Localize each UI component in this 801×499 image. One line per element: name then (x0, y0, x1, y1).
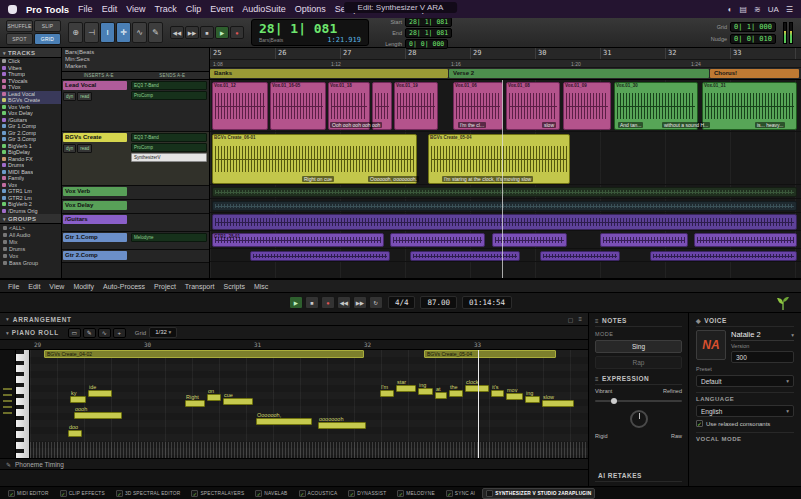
menubar-item[interactable]: Track (155, 4, 177, 14)
checkbox-icon[interactable]: ✓ (116, 490, 123, 497)
menubar-item[interactable]: Options (295, 4, 326, 14)
field-value[interactable]: 28| 1| 081 (405, 17, 452, 27)
track-header-name[interactable]: Vox Verb (63, 187, 127, 196)
ruler-name[interactable]: Min:Secs (65, 56, 206, 63)
field-value[interactable]: 0| 0| 000 (405, 39, 448, 49)
slider-thumb[interactable] (611, 398, 617, 404)
play-button[interactable]: ▶ (215, 26, 229, 39)
pencil-tool[interactable]: ✎ (148, 22, 163, 43)
note-group-header[interactable]: BGVs Create_04-02 (44, 350, 364, 358)
midi-note[interactable]: ing (525, 396, 540, 403)
track-header[interactable]: Lead Vocal dynread EQ3 7-BandProComp (62, 80, 209, 132)
fast-forward-button[interactable]: ▶▶ (185, 26, 199, 39)
ruler-name[interactable]: Bars|Beats (65, 49, 206, 56)
grid-value[interactable]: 0| 1| 000 (730, 22, 776, 32)
nudge-value[interactable]: 0| 0| 010 (730, 34, 776, 44)
tracks-panel-header[interactable]: ▾ TRACKS (0, 48, 61, 58)
language-section-header[interactable]: LANGUAGE (696, 392, 794, 402)
battery-icon[interactable]: ▤ (739, 5, 747, 14)
panel-menu-icon[interactable]: ≡ (578, 316, 582, 323)
field-value[interactable]: 28| 1| 081 (405, 28, 452, 38)
group-list-item[interactable]: Mix (0, 238, 61, 245)
synthv-menu-item[interactable]: Project (154, 283, 176, 290)
record-button[interactable]: ● (230, 26, 244, 39)
group-list-item[interactable]: Bass Group (0, 259, 61, 266)
time-signature[interactable]: 4/4 (388, 296, 416, 309)
ai-retakes-header[interactable]: AI RETAKES (595, 472, 682, 482)
timeline-marker[interactable]: Banks (210, 69, 448, 78)
audio-clip[interactable]: Vox.01_16-05 (270, 82, 326, 130)
edit-mode-button[interactable]: SLIP (34, 20, 61, 32)
draw-tool[interactable]: ✎ (83, 328, 96, 338)
edit-mode-button[interactable]: SHUFFLE (6, 20, 33, 32)
checkbox-icon[interactable]: ✓ (191, 490, 198, 497)
main-counter[interactable]: 28| 1| 081 Bars|Beats 1:21.919 (251, 19, 369, 46)
markers-ruler[interactable]: BanksVerse 2Chorus! (210, 68, 801, 80)
preset-select[interactable]: Default ▾ (696, 375, 794, 387)
plugin-tab[interactable]: ✓ CLIP EFFECTS (56, 488, 109, 499)
grid-selector-value[interactable]: 1/32 (155, 329, 167, 335)
group-list-item[interactable]: Drums (0, 245, 61, 252)
group-list-item[interactable]: Vox (0, 252, 61, 259)
plugin-tab[interactable]: ✓ SYNTHESIZER V STUDIO 2ARAPLUGIN (482, 488, 595, 499)
track-header-name[interactable]: BGVs Create (63, 133, 127, 142)
bars-ruler[interactable]: 252627282930313233 (210, 48, 801, 60)
track-header[interactable]: Gtr 2.Comp (62, 250, 209, 263)
relaxed-consonants-row[interactable]: ✓ Use relaxed consonants (696, 420, 794, 427)
audio-clip[interactable] (212, 214, 797, 230)
midi-note[interactable]: mov (506, 393, 523, 400)
notes-panel-header[interactable]: ≡ NOTES (595, 317, 682, 327)
midi-note[interactable]: on (207, 394, 221, 401)
menubar-item[interactable]: View (126, 4, 145, 14)
insert-slot[interactable]: SynthesizerV (131, 153, 207, 162)
main-counter-value[interactable]: 28| 1| 081 (259, 21, 361, 36)
edit-canvas[interactable]: Vox.01_12 Vox.01_16-05 Vox.01_18 Vox.01_… (210, 80, 801, 278)
track-header-name[interactable]: Vox Delay (63, 201, 127, 210)
insert-slot[interactable]: EQ3 7-Band (131, 81, 207, 90)
midi-note[interactable]: I'm (380, 390, 394, 397)
plugin-tab[interactable]: ✓ MELODYNE (393, 488, 439, 499)
rewind-button[interactable]: ◀◀ (170, 26, 184, 39)
midi-note[interactable]: oooh (74, 412, 122, 419)
audio-clip[interactable] (492, 233, 567, 247)
insert-slot[interactable]: ProComp (131, 91, 207, 100)
midi-note[interactable]: ing (418, 388, 433, 395)
audio-clip[interactable] (212, 201, 797, 211)
sv-stop-button[interactable]: ■ (305, 296, 319, 309)
ruler-name[interactable]: Markers (65, 63, 206, 70)
automation-mode-button[interactable]: dyn (63, 144, 76, 153)
expression-header[interactable]: ≡ EXPRESSION (595, 375, 682, 385)
plugin-tab[interactable]: ✓ NAVELAB (251, 488, 291, 499)
groups-panel-header[interactable]: ▾ GROUPS (0, 214, 61, 224)
midi-note[interactable]: cue (223, 398, 253, 405)
track-header-name[interactable]: /Guitars (63, 215, 127, 224)
phoneme-timing-bar[interactable]: ✎ Phoneme Timing (0, 458, 588, 470)
sv-forward-button[interactable]: ▶▶ (353, 296, 367, 309)
track-header[interactable]: Vox Delay (62, 200, 209, 214)
midi-note[interactable]: star (396, 385, 416, 392)
note-group-header[interactable]: BGVs Create_05-04 (424, 350, 556, 358)
group-list-item[interactable]: All Audio (0, 231, 61, 238)
track-header-name[interactable]: Lead Vocal (63, 81, 127, 90)
menubar-item[interactable]: Clip (186, 4, 202, 14)
language-select[interactable]: English ▾ (696, 405, 794, 417)
midi-note[interactable]: doo (68, 430, 82, 437)
audio-clip[interactable] (212, 187, 797, 197)
minsec-ruler[interactable]: 1:081:121:161:201:24 (210, 60, 801, 68)
insert-slot[interactable]: Melodyne (131, 233, 207, 242)
synthv-menu-item[interactable]: Auto-Process (103, 283, 145, 290)
selector-tool[interactable]: I (100, 22, 115, 43)
insert-slot[interactable]: ProComp (131, 143, 207, 152)
timeline-marker[interactable]: Verse 2 (449, 69, 709, 78)
nudge-label[interactable]: Nudge (701, 36, 727, 42)
edit-mode-button[interactable]: GRID (34, 33, 61, 45)
app-menu[interactable]: Pro Tools (26, 4, 69, 15)
midi-note[interactable]: the (449, 390, 463, 397)
trim-tool[interactable]: ⊣ (84, 22, 99, 43)
voice-name-select[interactable]: Natalie 2 ▾ (731, 330, 794, 341)
audio-clip[interactable]: GTR1_28-01 (212, 233, 384, 247)
keyboard-layout-indicator[interactable]: UA (768, 5, 779, 14)
midi-note[interactable]: oooooooh (318, 422, 366, 429)
piano-keys[interactable] (16, 350, 30, 458)
scrubber-tool[interactable]: ∿ (132, 22, 147, 43)
